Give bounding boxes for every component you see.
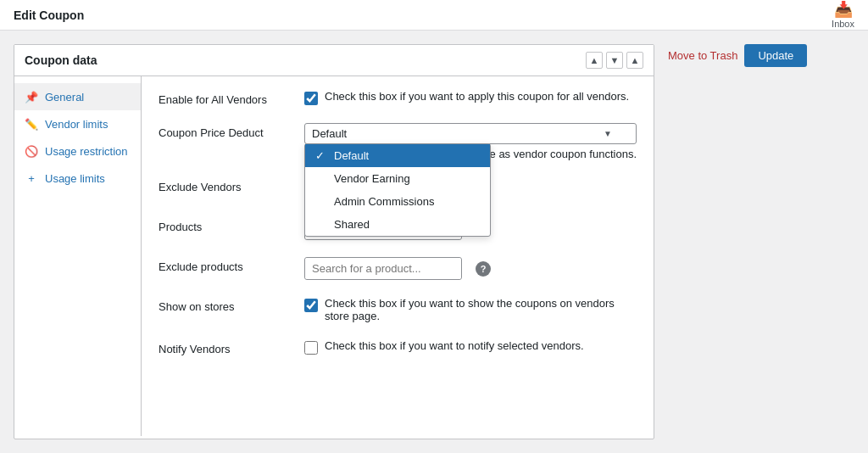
sidebar-item-usage-limits[interactable]: + Usage limits xyxy=(14,165,141,192)
expand-button[interactable]: ▲ xyxy=(626,52,643,69)
dropdown-chevron-icon: ▼ xyxy=(604,129,612,138)
enable-all-vendors-control: Check this box if you want to apply this… xyxy=(304,90,637,105)
sidebar-item-usage-restriction[interactable]: 🚫 Usage restriction xyxy=(14,137,141,165)
notify-vendors-checkbox[interactable] xyxy=(304,341,318,355)
main-layout: Coupon data ▲ ▼ ▲ 📌 General ✏️ Vendor li… xyxy=(0,31,868,453)
exclude-products-help-icon[interactable]: ? xyxy=(476,261,491,277)
show-on-stores-label: Show on stores xyxy=(159,297,294,313)
vendor-limits-icon: ✏️ xyxy=(25,117,38,131)
coupon-price-deduct-control: Default ▼ ✓ Default Vendor Ear xyxy=(304,123,637,160)
sidebar-item-general[interactable]: 📌 General xyxy=(14,83,141,110)
inbox-icon: 📥 xyxy=(834,2,853,17)
exclude-products-input-wrapper xyxy=(304,257,462,280)
sidebar-label-general: General xyxy=(45,91,84,103)
show-on-stores-row: Show on stores Check this box if you wan… xyxy=(159,297,637,322)
option-label-shared: Shared xyxy=(334,218,370,231)
exclude-products-control: ? xyxy=(304,257,637,280)
collapse-up-button[interactable]: ▲ xyxy=(586,52,603,69)
dropdown-option-shared[interactable]: Shared xyxy=(305,213,490,236)
content-area: Enable for All Vendors Check this box if… xyxy=(142,76,654,436)
show-on-stores-control: Check this box if you want to show the c… xyxy=(304,297,637,322)
dropdown-option-admin-commissions[interactable]: Admin Commissions xyxy=(305,190,490,213)
usage-limits-icon: + xyxy=(25,171,38,185)
sidebar-label-usage-limits: Usage limits xyxy=(45,172,105,185)
enable-all-vendors-row: Enable for All Vendors Check this box if… xyxy=(159,90,637,106)
show-on-stores-desc: Check this box if you want to show the c… xyxy=(325,297,637,322)
option-label-default: Default xyxy=(334,149,369,162)
coupon-price-deduct-label: Coupon Price Deduct xyxy=(159,123,294,139)
exclude-vendors-label: Exclude Vendors xyxy=(159,177,294,193)
usage-restriction-icon: 🚫 xyxy=(25,144,38,158)
option-label-admin-commissions: Admin Commissions xyxy=(334,195,434,208)
right-sidebar: Move to Trash Update xyxy=(668,44,854,439)
show-on-stores-checkbox[interactable] xyxy=(304,299,318,312)
page-title: Edit Coupon xyxy=(14,8,84,22)
coupon-price-deduct-row: Coupon Price Deduct Default ▼ ✓ Default xyxy=(159,123,637,160)
check-icon: ✓ xyxy=(315,149,327,162)
move-to-trash-link[interactable]: Move to Trash xyxy=(668,49,737,62)
exclude-products-row: Exclude products ? xyxy=(159,257,637,280)
coupon-card-body: 📌 General ✏️ Vendor limits 🚫 Usage restr… xyxy=(14,76,654,436)
sidebar-label-usage-restriction: Usage restriction xyxy=(45,145,128,158)
top-bar: Edit Coupon 📥 Inbox xyxy=(0,0,868,31)
sidebar-item-vendor-limits[interactable]: ✏️ Vendor limits xyxy=(14,110,141,137)
dropdown-trigger[interactable]: Default ▼ xyxy=(304,123,637,144)
coupon-card-header: Coupon data ▲ ▼ ▲ xyxy=(14,45,654,76)
notify-vendors-control: Check this box if you want to notify sel… xyxy=(304,339,637,355)
exclude-products-label: Exclude products xyxy=(159,257,294,273)
enable-all-vendors-label: Enable for All Vendors xyxy=(159,90,294,106)
notify-vendors-row: Notify Vendors Check this box if you wan… xyxy=(159,339,637,355)
dropdown-option-vendor-earning[interactable]: Vendor Earning xyxy=(305,167,490,190)
action-button-group: Move to Trash Update xyxy=(668,44,854,67)
notify-vendors-desc: Check this box if you want to notify sel… xyxy=(325,339,584,352)
top-bar-right: 📥 Inbox xyxy=(832,2,854,29)
dropdown-container: Default ▼ ✓ Default Vendor Ear xyxy=(304,123,637,144)
update-button[interactable]: Update xyxy=(744,44,807,67)
dropdown-selected-value: Default xyxy=(312,127,347,140)
enable-all-vendors-checkbox[interactable] xyxy=(304,92,318,105)
inbox-button[interactable]: 📥 Inbox xyxy=(832,2,854,29)
coupon-card: Coupon data ▲ ▼ ▲ 📌 General ✏️ Vendor li… xyxy=(14,44,654,439)
products-label: Products xyxy=(159,217,294,233)
sidebar-label-vendor-limits: Vendor limits xyxy=(45,118,108,131)
exclude-products-input[interactable] xyxy=(305,258,461,279)
coupon-card-title: Coupon data xyxy=(25,53,97,67)
collapse-down-button[interactable]: ▼ xyxy=(606,52,623,69)
enable-all-vendors-desc: Check this box if you want to apply this… xyxy=(325,90,629,103)
header-actions: ▲ ▼ ▲ xyxy=(586,52,643,69)
notify-vendors-label: Notify Vendors xyxy=(159,339,294,355)
option-label-vendor-earning: Vendor Earning xyxy=(334,172,410,185)
inbox-label: Inbox xyxy=(832,19,854,29)
dropdown-option-default[interactable]: ✓ Default xyxy=(305,144,490,167)
dropdown-menu: ✓ Default Vendor Earning Admin Commissio xyxy=(304,143,491,237)
sidebar-nav: 📌 General ✏️ Vendor limits 🚫 Usage restr… xyxy=(14,76,142,436)
general-icon: 📌 xyxy=(25,90,38,103)
